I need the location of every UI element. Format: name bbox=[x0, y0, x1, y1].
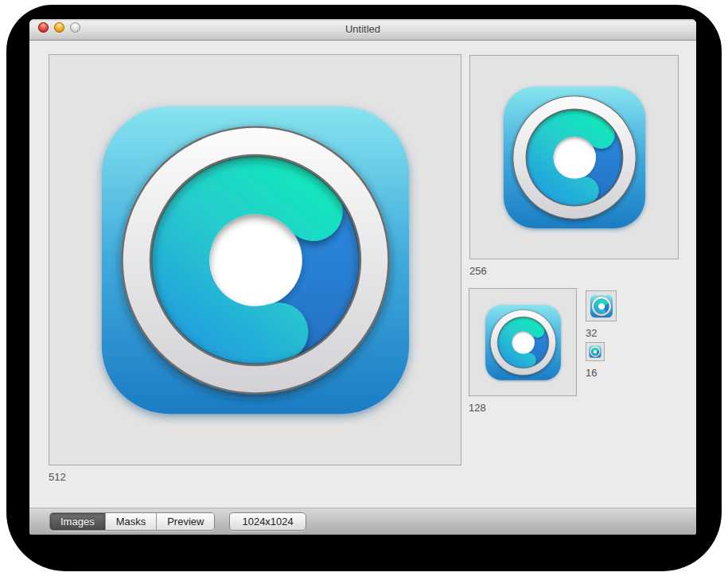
preview-block-32: 32 bbox=[586, 290, 617, 339]
size-1024-button[interactable]: 1024x1024 bbox=[229, 512, 306, 531]
preview-well-512[interactable] bbox=[49, 54, 461, 465]
preview-well-256[interactable] bbox=[469, 55, 679, 259]
preview-size-label: 16 bbox=[586, 367, 605, 379]
preview-well-128[interactable] bbox=[469, 288, 577, 396]
document-canvas: 512 256 bbox=[29, 41, 696, 508]
titlebar[interactable]: Untitled bbox=[29, 19, 696, 41]
bottom-toolbar: Images Masks Preview 1024x1024 bbox=[29, 508, 696, 535]
preview-size-label: 512 bbox=[49, 471, 461, 483]
tab-preview[interactable]: Preview bbox=[157, 513, 214, 530]
view-mode-segmented-control: Images Masks Preview bbox=[49, 512, 215, 531]
preview-well-16[interactable] bbox=[586, 342, 605, 361]
app-icon-preview-256 bbox=[499, 82, 650, 233]
tab-masks[interactable]: Masks bbox=[106, 513, 158, 530]
preview-block-16: 16 bbox=[586, 342, 605, 379]
app-window: Untitled 512 bbox=[29, 19, 696, 535]
preview-size-label: 128 bbox=[469, 402, 577, 414]
preview-size-label: 256 bbox=[469, 265, 679, 277]
preview-block-128: 128 bbox=[469, 288, 577, 414]
app-icon-preview-32 bbox=[590, 294, 613, 318]
window-title: Untitled bbox=[29, 23, 696, 35]
tab-images[interactable]: Images bbox=[50, 513, 106, 530]
preview-size-label: 32 bbox=[586, 327, 617, 339]
preview-block-256: 256 bbox=[469, 55, 679, 277]
preview-well-32[interactable] bbox=[586, 290, 617, 321]
app-icon-preview-512 bbox=[91, 96, 419, 424]
app-icon-preview-16 bbox=[589, 345, 601, 358]
app-icon-preview-128 bbox=[483, 302, 563, 383]
preview-block-512: 512 bbox=[49, 54, 461, 483]
